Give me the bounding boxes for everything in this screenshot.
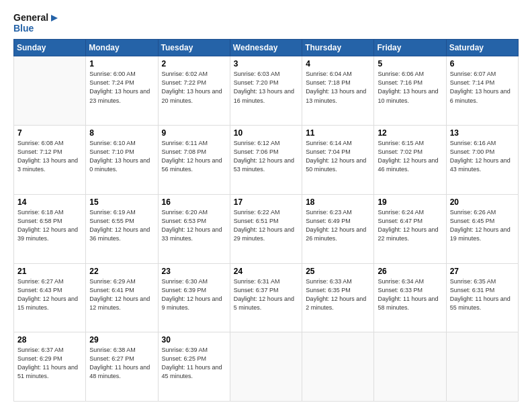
calendar-cell: 26 Sunrise: 6:34 AM Sunset: 6:33 PM Dayl…	[374, 263, 446, 332]
day-number: 29	[89, 335, 154, 345]
sunrise-text: Sunrise: 6:37 AM	[17, 347, 64, 353]
calendar-cell: 20 Sunrise: 6:26 AM Sunset: 6:45 PM Dayl…	[446, 194, 518, 263]
sunset-text: Sunset: 6:47 PM	[378, 218, 423, 224]
calendar-cell: 30 Sunrise: 6:39 AM Sunset: 6:25 PM Dayl…	[158, 332, 230, 402]
sunset-text: Sunset: 6:51 PM	[234, 218, 279, 224]
daylight-text: Daylight: 12 hours and 33 minutes.	[162, 226, 222, 242]
calendar-cell: 23 Sunrise: 6:30 AM Sunset: 6:39 PM Dayl…	[158, 263, 230, 332]
calendar-cell: 27 Sunrise: 6:35 AM Sunset: 6:31 PM Dayl…	[446, 263, 518, 332]
sun-info: Sunrise: 6:19 AM Sunset: 6:55 PM Dayligh…	[89, 208, 154, 243]
sunrise-text: Sunrise: 6:00 AM	[89, 71, 136, 77]
calendar-cell: 13 Sunrise: 6:16 AM Sunset: 7:00 PM Dayl…	[446, 126, 518, 195]
logo: General Blue	[13, 12, 59, 34]
daylight-text: Daylight: 12 hours and 19 minutes.	[450, 226, 511, 242]
sunrise-text: Sunrise: 6:22 AM	[234, 209, 280, 216]
daylight-text: Daylight: 13 hours and 20 minutes.	[162, 88, 222, 103]
day-number: 13	[450, 128, 515, 138]
weekday-header-cell: Sunday	[14, 40, 86, 56]
calendar-cell	[14, 56, 86, 126]
sunrise-text: Sunrise: 6:07 AM	[450, 71, 496, 77]
calendar-cell: 2 Sunrise: 6:02 AM Sunset: 7:22 PM Dayli…	[158, 56, 230, 126]
daylight-text: Daylight: 12 hours and 5 minutes.	[234, 295, 294, 311]
sunrise-text: Sunrise: 6:30 AM	[162, 278, 208, 285]
sun-info: Sunrise: 6:27 AM Sunset: 6:43 PM Dayligh…	[17, 277, 82, 312]
sun-info: Sunrise: 6:34 AM Sunset: 6:33 PM Dayligh…	[378, 277, 442, 312]
sunrise-text: Sunrise: 6:26 AM	[450, 209, 496, 216]
calendar-cell: 16 Sunrise: 6:20 AM Sunset: 6:53 PM Dayl…	[158, 194, 230, 263]
day-number: 20	[450, 197, 515, 207]
calendar-cell: 14 Sunrise: 6:18 AM Sunset: 6:58 PM Dayl…	[14, 194, 86, 263]
daylight-text: Daylight: 11 hours and 51 minutes.	[17, 364, 78, 379]
daylight-text: Daylight: 12 hours and 46 minutes.	[378, 157, 438, 173]
calendar-cell: 10 Sunrise: 6:12 AM Sunset: 7:06 PM Dayl…	[230, 126, 302, 195]
sunset-text: Sunset: 7:22 PM	[162, 79, 207, 86]
sunset-text: Sunset: 6:53 PM	[162, 218, 207, 224]
daylight-text: Daylight: 12 hours and 12 minutes.	[89, 295, 150, 311]
sunset-text: Sunset: 6:27 PM	[89, 355, 134, 362]
daylight-text: Daylight: 13 hours and 23 minutes.	[89, 88, 150, 103]
sun-info: Sunrise: 6:26 AM Sunset: 6:45 PM Dayligh…	[450, 208, 515, 243]
daylight-text: Daylight: 12 hours and 50 minutes.	[306, 157, 366, 173]
day-number: 3	[234, 59, 298, 68]
daylight-text: Daylight: 13 hours and 16 minutes.	[234, 88, 294, 103]
sun-info: Sunrise: 6:00 AM Sunset: 7:24 PM Dayligh…	[89, 70, 154, 105]
weekday-header-row: SundayMondayTuesdayWednesdayThursdayFrid…	[14, 40, 519, 56]
weekday-header-cell: Saturday	[446, 40, 518, 56]
weekday-header-cell: Tuesday	[158, 40, 230, 56]
calendar-cell: 11 Sunrise: 6:14 AM Sunset: 7:04 PM Dayl…	[302, 126, 374, 195]
day-number: 14	[17, 197, 82, 207]
day-number: 4	[306, 59, 370, 68]
sun-info: Sunrise: 6:37 AM Sunset: 6:29 PM Dayligh…	[17, 346, 82, 381]
sun-info: Sunrise: 6:12 AM Sunset: 7:06 PM Dayligh…	[234, 139, 298, 174]
header: General Blue	[13, 12, 519, 34]
day-number: 7	[17, 128, 82, 138]
weekday-header-cell: Thursday	[302, 40, 374, 56]
daylight-text: Daylight: 11 hours and 58 minutes.	[378, 295, 438, 311]
calendar-week-row: 1 Sunrise: 6:00 AM Sunset: 7:24 PM Dayli…	[14, 56, 519, 126]
weekday-header-cell: Monday	[86, 40, 158, 56]
sunrise-text: Sunrise: 6:31 AM	[234, 278, 280, 285]
sunrise-text: Sunrise: 6:10 AM	[89, 140, 136, 146]
sun-info: Sunrise: 6:35 AM Sunset: 6:31 PM Dayligh…	[450, 277, 515, 312]
day-number: 30	[162, 335, 226, 345]
sunset-text: Sunset: 6:43 PM	[17, 287, 62, 293]
page: General Blue SundayMondayTuesdayWednesda…	[0, 0, 532, 411]
weekday-header-cell: Friday	[374, 40, 446, 56]
sun-info: Sunrise: 6:10 AM Sunset: 7:10 PM Dayligh…	[89, 139, 154, 174]
sunset-text: Sunset: 7:20 PM	[234, 79, 279, 86]
day-number: 16	[162, 197, 226, 207]
sun-info: Sunrise: 6:38 AM Sunset: 6:27 PM Dayligh…	[89, 346, 154, 381]
daylight-text: Daylight: 11 hours and 45 minutes.	[162, 364, 222, 379]
sun-info: Sunrise: 6:24 AM Sunset: 6:47 PM Dayligh…	[378, 208, 442, 243]
calendar-cell: 25 Sunrise: 6:33 AM Sunset: 6:35 PM Dayl…	[302, 263, 374, 332]
sunrise-text: Sunrise: 6:11 AM	[162, 140, 208, 146]
daylight-text: Daylight: 12 hours and 36 minutes.	[89, 226, 150, 242]
sunset-text: Sunset: 6:33 PM	[378, 287, 423, 293]
daylight-text: Daylight: 13 hours and 3 minutes.	[17, 157, 78, 173]
sunrise-text: Sunrise: 6:34 AM	[378, 278, 424, 285]
daylight-text: Daylight: 12 hours and 9 minutes.	[162, 295, 222, 311]
day-number: 6	[450, 59, 515, 68]
sunrise-text: Sunrise: 6:12 AM	[234, 140, 280, 146]
logo-triangle-icon	[50, 13, 59, 23]
daylight-text: Daylight: 12 hours and 53 minutes.	[234, 157, 294, 173]
sunrise-text: Sunrise: 6:27 AM	[17, 278, 64, 285]
logo-blue: Blue	[13, 23, 34, 34]
svg-marker-0	[51, 15, 58, 21]
sunset-text: Sunset: 6:31 PM	[450, 287, 495, 293]
calendar-cell	[374, 332, 446, 402]
sunrise-text: Sunrise: 6:38 AM	[89, 347, 136, 353]
day-number: 8	[89, 128, 154, 138]
calendar-week-row: 7 Sunrise: 6:08 AM Sunset: 7:12 PM Dayli…	[14, 126, 519, 195]
sunset-text: Sunset: 7:08 PM	[162, 148, 207, 155]
sunset-text: Sunset: 6:58 PM	[17, 218, 62, 224]
day-number: 5	[378, 59, 442, 68]
sun-info: Sunrise: 6:22 AM Sunset: 6:51 PM Dayligh…	[234, 208, 298, 243]
calendar-cell: 7 Sunrise: 6:08 AM Sunset: 7:12 PM Dayli…	[14, 126, 86, 195]
sun-info: Sunrise: 6:18 AM Sunset: 6:58 PM Dayligh…	[17, 208, 82, 243]
sunrise-text: Sunrise: 6:16 AM	[450, 140, 496, 146]
calendar-cell: 24 Sunrise: 6:31 AM Sunset: 6:37 PM Dayl…	[230, 263, 302, 332]
daylight-text: Daylight: 12 hours and 15 minutes.	[17, 295, 78, 311]
daylight-text: Daylight: 13 hours and 0 minutes.	[89, 157, 150, 173]
calendar-cell: 6 Sunrise: 6:07 AM Sunset: 7:14 PM Dayli…	[446, 56, 518, 126]
